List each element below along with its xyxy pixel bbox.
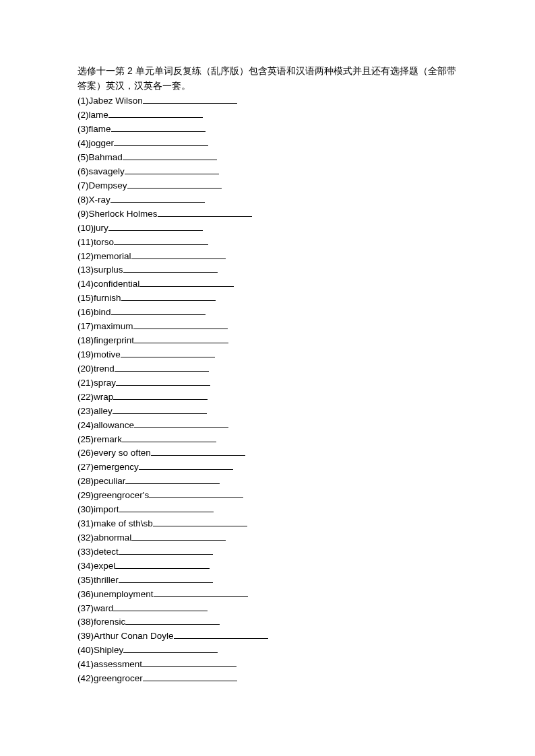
answer-blank[interactable] — [116, 376, 210, 386]
vocabulary-item: (13)surplus — [77, 263, 458, 277]
item-word: (31)make of sth\sb — [77, 517, 153, 531]
item-word: (11)torso — [77, 236, 114, 250]
answer-blank[interactable] — [174, 629, 268, 639]
answer-blank[interactable] — [114, 137, 208, 146]
item-word: (20)trend — [77, 362, 115, 376]
vocabulary-item: (5)Bahmad — [77, 151, 458, 165]
vocabulary-item: (20)trend — [77, 362, 458, 376]
answer-blank[interactable] — [149, 489, 243, 498]
item-word: (3)flame — [77, 123, 111, 137]
vocabulary-item: (22)wrap — [77, 390, 458, 405]
item-word: (25)remark — [77, 433, 122, 447]
vocabulary-item: (38)forensic — [77, 615, 458, 629]
answer-blank[interactable] — [151, 446, 245, 456]
item-word: (1)Jabez Wilson — [77, 94, 143, 108]
vocabulary-item: (17)maximum — [77, 320, 458, 334]
item-word: (38)forensic — [77, 615, 125, 629]
answer-blank[interactable] — [139, 460, 233, 470]
item-word: (2)lame — [77, 108, 108, 123]
answer-blank[interactable] — [111, 123, 206, 132]
answer-blank[interactable] — [113, 602, 208, 611]
vocabulary-item: (42)greengrocer — [77, 672, 458, 686]
vocabulary-item: (26)every so often — [77, 446, 458, 460]
answer-blank[interactable] — [134, 334, 228, 343]
item-word: (17)maximum — [77, 320, 133, 334]
item-word: (18)fingerprint — [77, 334, 134, 348]
item-word: (12)memorial — [77, 250, 131, 264]
item-word: (6)savagely — [77, 165, 125, 179]
answer-blank[interactable] — [115, 362, 209, 372]
answer-blank[interactable] — [121, 348, 215, 357]
answer-blank[interactable] — [139, 277, 234, 287]
item-word: (22)wrap — [77, 390, 113, 405]
vocabulary-item: (2)lame — [77, 108, 458, 123]
answer-blank[interactable] — [125, 475, 220, 484]
item-word: (4)jogger — [77, 137, 114, 151]
vocabulary-item: (39)Arthur Conan Doyle — [77, 629, 458, 644]
item-word: (30)import — [77, 503, 119, 517]
answer-blank[interactable] — [125, 165, 219, 174]
vocabulary-item: (1)Jabez Wilson — [77, 94, 458, 108]
item-word: (37)ward — [77, 602, 113, 616]
item-word: (14)confidential — [77, 277, 139, 291]
answer-blank[interactable] — [114, 236, 208, 245]
item-word: (23)alley — [77, 405, 113, 419]
answer-blank[interactable] — [153, 517, 247, 526]
answer-blank[interactable] — [119, 574, 213, 583]
vocabulary-item: (32)abnormal — [77, 531, 458, 545]
item-word: (10)jury — [77, 221, 108, 236]
item-word: (40)Shipley — [77, 644, 123, 658]
item-word: (21)spray — [77, 376, 116, 390]
answer-blank[interactable] — [115, 559, 210, 569]
vocabulary-item: (40)Shipley — [77, 644, 458, 658]
item-word: (7)Dempsey — [77, 179, 127, 193]
item-word: (13)surplus — [77, 263, 123, 277]
answer-blank[interactable] — [123, 151, 217, 160]
answer-blank[interactable] — [131, 531, 226, 541]
vocabulary-item: (34)expel — [77, 559, 458, 574]
answer-blank[interactable] — [122, 433, 216, 442]
item-word: (28)peculiar — [77, 475, 125, 489]
vocabulary-item: (18)fingerprint — [77, 334, 458, 348]
answer-blank[interactable] — [143, 672, 237, 681]
item-word: (41)assessment — [77, 658, 142, 672]
answer-blank[interactable] — [143, 94, 237, 104]
answer-blank[interactable] — [119, 503, 214, 512]
answer-blank[interactable] — [127, 179, 222, 188]
answer-blank[interactable] — [154, 588, 248, 597]
item-word: (5)Bahmad — [77, 151, 123, 165]
vocabulary-item: (31)make of sth\sb — [77, 517, 458, 531]
answer-blank[interactable] — [119, 545, 213, 555]
vocabulary-item: (8)X-ray — [77, 193, 458, 207]
item-word: (34)expel — [77, 559, 115, 574]
item-word: (42)greengrocer — [77, 672, 143, 686]
answer-blank[interactable] — [113, 405, 207, 414]
answer-blank[interactable] — [111, 306, 206, 315]
answer-blank[interactable] — [125, 615, 220, 625]
vocabulary-item: (12)memorial — [77, 250, 458, 264]
vocabulary-item: (24)allowance — [77, 419, 458, 433]
answer-blank[interactable] — [108, 221, 203, 231]
vocabulary-item: (35)thriller — [77, 574, 458, 588]
vocabulary-item: (19)motive — [77, 348, 458, 362]
answer-blank[interactable] — [123, 263, 218, 273]
vocabulary-list: (1)Jabez Wilson(2)lame(3)flame(4)jogger(… — [77, 94, 458, 686]
answer-blank[interactable] — [123, 644, 218, 653]
vocabulary-item: (7)Dempsey — [77, 179, 458, 193]
vocabulary-item: (28)peculiar — [77, 475, 458, 489]
answer-blank[interactable] — [134, 419, 228, 428]
vocabulary-item: (4)jogger — [77, 137, 458, 151]
answer-blank[interactable] — [131, 250, 226, 259]
answer-blank[interactable] — [158, 207, 252, 217]
answer-blank[interactable] — [108, 108, 203, 118]
vocabulary-item: (14)confidential — [77, 277, 458, 291]
item-word: (36)unemployment — [77, 588, 154, 602]
answer-blank[interactable] — [142, 658, 237, 667]
vocabulary-item: (16)bind — [77, 306, 458, 320]
answer-blank[interactable] — [133, 320, 228, 329]
item-word: (19)motive — [77, 348, 121, 362]
answer-blank[interactable] — [121, 291, 216, 301]
answer-blank[interactable] — [113, 390, 208, 400]
answer-blank[interactable] — [111, 193, 205, 203]
item-word: (29)greengrocer's — [77, 489, 149, 503]
